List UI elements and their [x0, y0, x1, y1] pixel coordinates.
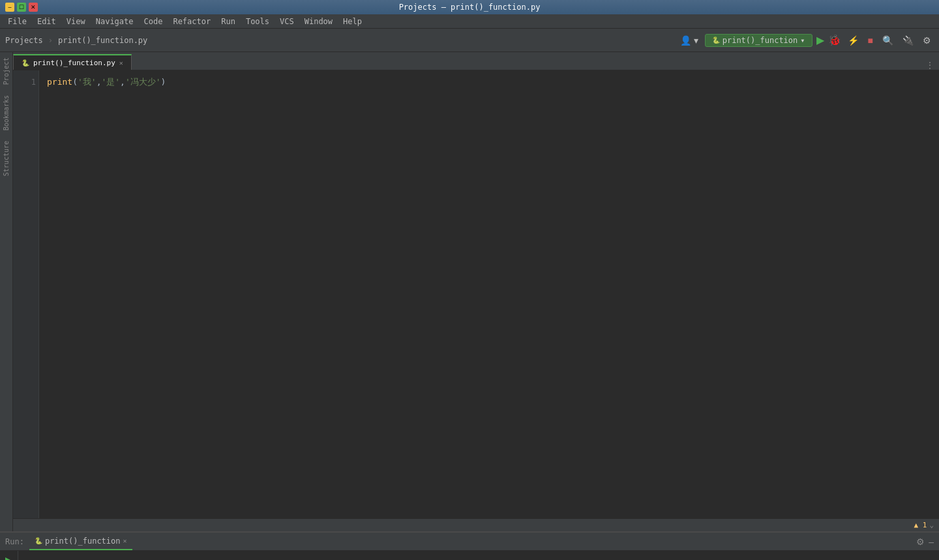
tab-close-button[interactable]: ✕ — [119, 59, 123, 66]
run-tab-close[interactable]: ✕ — [123, 537, 127, 544]
main-layout: Project Bookmarks Structure 🐍 print()_fu… — [0, 52, 939, 531]
run-play-button[interactable]: ▶ — [4, 553, 14, 560]
settings-button[interactable]: ⚙ — [920, 34, 934, 47]
title-bar: – ☐ ✕ Projects – print()_function.py — [0, 0, 939, 14]
run-label: Run: — [5, 537, 24, 546]
run-panel-header: Run: 🐍 print()_function ✕ ⚙ – — [0, 533, 939, 551]
sidebar-item-project[interactable]: Project — [1, 52, 11, 90]
run-output: G:\Python\python.exe F:/Pycharm/Projects… — [18, 551, 939, 560]
run-button[interactable]: ▶ — [816, 34, 824, 46]
menu-tools[interactable]: Tools — [241, 16, 275, 27]
menu-view[interactable]: View — [61, 16, 91, 27]
line-number-1: 1 — [16, 76, 36, 89]
minimize-button[interactable]: – — [5, 3, 14, 12]
run-panel-settings-button[interactable]: ⚙ — [916, 537, 925, 547]
run-config-icon: 🐍 — [712, 37, 720, 44]
menu-file[interactable]: File — [3, 16, 32, 27]
run-tab-icon: 🐍 — [35, 537, 42, 544]
stop-button[interactable]: ■ — [865, 34, 876, 47]
close-button[interactable]: ✕ — [29, 3, 38, 12]
toolbar-right: 👤 ▾ 🐍 print()_function ▾ ▶ 🐞 ⚡ ■ 🔍 🔌 ⚙ — [678, 34, 934, 47]
run-panel-controls: ⚙ – — [916, 537, 934, 547]
search-button[interactable]: 🔍 — [880, 34, 896, 47]
account-button[interactable]: 👤 ▾ — [678, 34, 701, 47]
run-panel-body: ▶ 🔧 ■ 📋 📌 ↑ ↓ ≡ 🗑 G:\Python\python.exe F… — [0, 551, 939, 560]
breadcrumb-separator: › — [48, 36, 53, 45]
toolbar: Projects › print()_function.py 👤 ▾ 🐍 pri… — [0, 29, 939, 52]
menu-bar: File Edit View Navigate Code Refactor Ru… — [0, 14, 939, 29]
code-content[interactable]: print('我','是','冯大少') — [39, 70, 939, 518]
editor-container: 🐍 print()_function.py ✕ ⋮ 1 print('我','是… — [13, 52, 939, 531]
sidebar-item-structure[interactable]: Structure — [1, 136, 11, 181]
run-config-button[interactable]: 🐍 print()_function ▾ — [705, 34, 812, 47]
breadcrumb-file[interactable]: print()_function.py — [58, 36, 147, 45]
left-strip: Project Bookmarks Structure — [0, 52, 13, 531]
menu-refactor[interactable]: Refactor — [168, 16, 216, 27]
tab-icon: 🐍 — [22, 59, 29, 66]
warning-strip: ▲ 1 ⌄ — [13, 518, 939, 531]
toolbar-left: Projects › print()_function.py — [5, 36, 147, 45]
warning-chevron[interactable]: ⌄ — [929, 521, 934, 529]
menu-vcs[interactable]: VCS — [275, 16, 299, 27]
tab-options-button[interactable]: ⋮ — [926, 61, 939, 70]
run-tab[interactable]: 🐍 print()_function ✕ — [29, 533, 132, 550]
window-title: Projects – print()_function.py — [44, 3, 895, 12]
debug-button[interactable]: 🐞 — [828, 34, 841, 46]
run-tab-label: print()_function — [45, 537, 121, 546]
menu-run[interactable]: Run — [216, 16, 241, 27]
editor-tab-main[interactable]: 🐍 print()_function.py ✕ — [13, 54, 132, 70]
code-editor[interactable]: 1 print('我','是','冯大少') — [13, 70, 939, 518]
menu-help[interactable]: Help — [338, 16, 367, 27]
run-with-coverage-button[interactable]: ⚡ — [845, 34, 861, 47]
menu-edit[interactable]: Edit — [32, 16, 61, 27]
maximize-button[interactable]: ☐ — [17, 3, 26, 12]
run-panel: Run: 🐍 print()_function ✕ ⚙ – ▶ 🔧 ■ 📋 📌 … — [0, 531, 939, 560]
run-config-dropdown-icon: ▾ — [800, 36, 805, 45]
sidebar-item-bookmarks[interactable]: Bookmarks — [1, 90, 11, 136]
run-sidebar: ▶ 🔧 ■ 📋 📌 ↑ ↓ ≡ 🗑 — [0, 551, 18, 560]
menu-code[interactable]: Code — [139, 16, 168, 27]
plugin-button[interactable]: 🔌 — [900, 34, 916, 47]
run-panel-minimize-button[interactable]: – — [929, 537, 934, 547]
tab-label: print()_function.py — [33, 59, 115, 67]
line-numbers: 1 — [13, 70, 39, 518]
run-config-label: print()_function — [723, 36, 798, 45]
menu-navigate[interactable]: Navigate — [91, 16, 139, 27]
menu-window[interactable]: Window — [299, 16, 338, 27]
tab-bar: 🐍 print()_function.py ✕ ⋮ — [13, 52, 939, 70]
warning-count[interactable]: ▲ 1 — [914, 521, 927, 529]
breadcrumb-projects[interactable]: Projects — [5, 36, 43, 45]
